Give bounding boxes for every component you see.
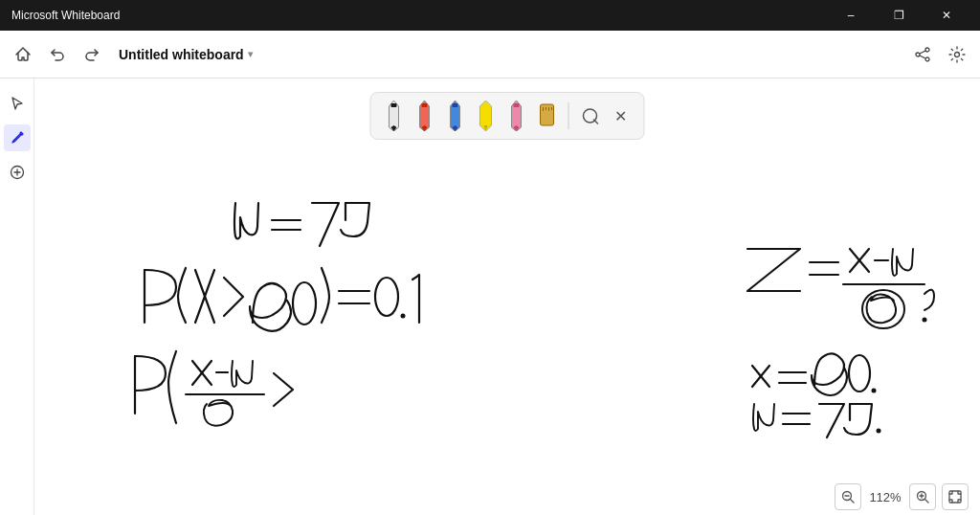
equation-mu-75 bbox=[234, 203, 369, 246]
svg-rect-11 bbox=[391, 103, 397, 107]
canvas-area[interactable]: ✕ bbox=[34, 78, 980, 515]
black-pen-item[interactable] bbox=[381, 99, 408, 133]
equation-standard bbox=[135, 351, 293, 426]
share-button[interactable] bbox=[907, 39, 938, 70]
svg-line-63 bbox=[851, 500, 855, 504]
red-pen-item[interactable] bbox=[412, 99, 438, 133]
pen-divider bbox=[568, 102, 569, 129]
undo-button[interactable] bbox=[42, 39, 73, 70]
svg-rect-69 bbox=[949, 491, 961, 503]
svg-line-3 bbox=[920, 51, 925, 54]
redo-button[interactable] bbox=[77, 39, 107, 70]
svg-point-57 bbox=[872, 389, 877, 393]
minimize-button[interactable]: – bbox=[829, 0, 873, 31]
pen-tool[interactable] bbox=[4, 124, 31, 151]
equation-z-formula bbox=[747, 249, 934, 328]
svg-point-56 bbox=[849, 355, 870, 392]
blue-pen-item[interactable] bbox=[442, 99, 469, 133]
svg-point-51 bbox=[923, 318, 927, 323]
pink-pen-item[interactable] bbox=[503, 99, 530, 133]
ruler-item[interactable] bbox=[534, 99, 561, 133]
svg-point-39 bbox=[401, 314, 406, 319]
app-bar: Untitled whiteboard ▾ bbox=[0, 31, 980, 78]
svg-line-4 bbox=[920, 56, 925, 58]
dropdown-arrow: ▾ bbox=[248, 49, 253, 59]
bottom-bar: 112% bbox=[823, 479, 980, 515]
title-bar: Microsoft Whiteboard – ❐ ✕ bbox=[0, 0, 980, 31]
home-icon[interactable] bbox=[8, 39, 38, 70]
svg-rect-14 bbox=[422, 103, 428, 107]
zoom-out-button[interactable] bbox=[835, 483, 861, 510]
svg-rect-17 bbox=[453, 103, 458, 107]
title-bar-right: – ❐ ✕ bbox=[829, 0, 969, 31]
equation-prob bbox=[145, 268, 419, 331]
circle-action[interactable] bbox=[577, 102, 604, 129]
title-bar-left: Microsoft Whiteboard bbox=[11, 9, 120, 22]
svg-point-1 bbox=[916, 53, 920, 56]
svg-point-0 bbox=[925, 48, 929, 52]
select-tool[interactable] bbox=[4, 90, 31, 117]
settings-button[interactable] bbox=[942, 39, 972, 70]
add-tool[interactable] bbox=[4, 159, 31, 186]
close-pen-toolbar[interactable]: ✕ bbox=[608, 102, 635, 129]
restore-button[interactable]: ❐ bbox=[877, 0, 921, 31]
app-bar-right bbox=[907, 39, 972, 70]
svg-point-38 bbox=[375, 278, 398, 316]
sidebar bbox=[0, 78, 34, 515]
svg-point-61 bbox=[877, 429, 881, 434]
whiteboard-svg bbox=[34, 78, 980, 515]
app-name: Microsoft Whiteboard bbox=[11, 9, 120, 22]
close-button[interactable]: ✕ bbox=[924, 0, 969, 31]
whiteboard-title-text: Untitled whiteboard bbox=[119, 47, 244, 62]
zoom-level: 112% bbox=[867, 490, 903, 504]
svg-point-2 bbox=[925, 57, 929, 61]
yellow-pen-item[interactable] bbox=[473, 99, 500, 133]
whiteboard-title[interactable]: Untitled whiteboard ▾ bbox=[119, 47, 253, 62]
values-right bbox=[752, 353, 881, 437]
svg-rect-22 bbox=[514, 103, 520, 107]
svg-point-5 bbox=[955, 52, 960, 56]
zoom-in-button[interactable] bbox=[909, 483, 936, 510]
svg-point-35 bbox=[293, 282, 316, 325]
fit-button[interactable] bbox=[942, 483, 969, 510]
pen-toolbar: ✕ bbox=[370, 92, 645, 140]
svg-line-66 bbox=[925, 500, 929, 504]
